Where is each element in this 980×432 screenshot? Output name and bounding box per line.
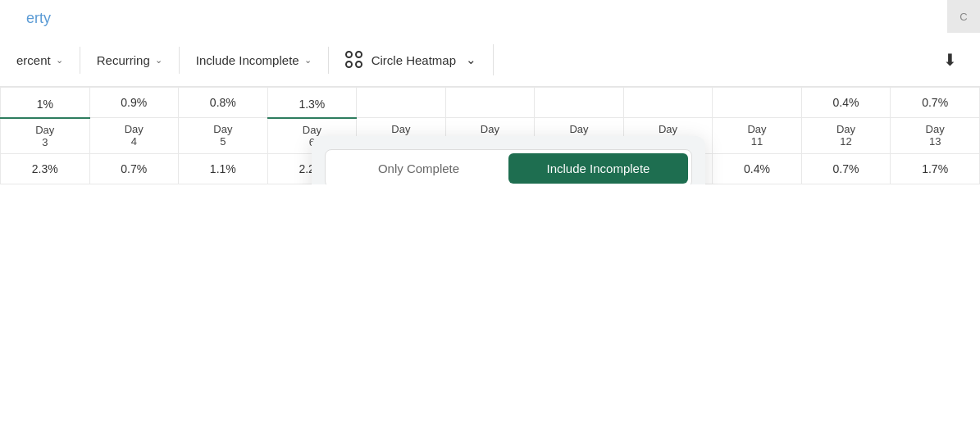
- circle-heatmap-label: Circle Heatmap: [371, 53, 456, 67]
- circle-heatmap-dropdown[interactable]: Circle Heatmap ⌄: [329, 44, 494, 75]
- breadcrumb-link[interactable]: erty: [13, 3, 64, 34]
- table-day-cell: Day12: [801, 118, 891, 154]
- table-cell: [445, 88, 535, 118]
- download-icon: ⬇: [943, 51, 957, 69]
- include-incomplete-popup: Only Complete Include Incomplete Include…: [312, 136, 705, 184]
- table-day-cell: Day3: [1, 118, 90, 154]
- circle-heatmap-icon: [345, 51, 363, 69]
- only-complete-tab[interactable]: Only Complete: [329, 153, 508, 184]
- table-cell: 1.1%: [179, 153, 268, 184]
- table-cell: 0.7%: [891, 88, 980, 118]
- table-cell: [713, 88, 802, 118]
- include-incomplete-tab[interactable]: Include Incomplete: [508, 153, 688, 184]
- percent-label: ercent: [16, 53, 51, 67]
- table-cell: 0.7%: [801, 153, 891, 184]
- table-cell: 0.8%: [179, 88, 268, 118]
- recurring-chevron-icon: ⌄: [155, 55, 162, 66]
- corner-button[interactable]: C: [947, 0, 980, 33]
- popup-tab-group: Only Complete Include Incomplete: [325, 149, 692, 184]
- include-incomplete-chevron-icon: ⌄: [304, 55, 312, 66]
- breadcrumb-text: erty: [26, 10, 51, 26]
- table-day-cell: Day4: [89, 118, 179, 154]
- recurring-label: Recurring: [97, 53, 150, 67]
- table-cell: 1.3%: [267, 88, 357, 118]
- percent-dropdown[interactable]: ercent ⌄: [13, 47, 80, 74]
- table-row-values-1: 1% 0.9% 0.8% 1.3% 0.4% 0.7%: [1, 88, 980, 118]
- data-table-area: 1% 0.9% 0.8% 1.3% 0.4% 0.7% Day3 Day4: [0, 87, 980, 184]
- table-day-cell: Day13: [891, 118, 980, 154]
- table-day-cell: Day5: [179, 118, 268, 154]
- table-cell: [357, 88, 446, 118]
- table-day-cell: Day11: [713, 118, 802, 154]
- table-cell: 1%: [1, 88, 90, 118]
- table-cell: [535, 88, 624, 118]
- table-cell: 0.4%: [801, 88, 891, 118]
- popup-container: Only Complete Include Incomplete Include…: [312, 136, 705, 184]
- include-incomplete-dropdown[interactable]: Include Incomplete ⌄: [180, 47, 329, 74]
- toolbar: ercent ⌄ Recurring ⌄ Include Incomplete …: [0, 34, 980, 87]
- table-cell: 0.4%: [713, 153, 802, 184]
- table-cell: 2.3%: [1, 153, 90, 184]
- include-incomplete-label: Include Incomplete: [196, 53, 299, 67]
- download-button[interactable]: ⬇: [933, 43, 967, 76]
- recurring-dropdown[interactable]: Recurring ⌄: [80, 47, 180, 74]
- circle-heatmap-chevron-icon: ⌄: [466, 52, 476, 67]
- table-cell: 0.9%: [89, 88, 179, 118]
- table-cell: 1.7%: [891, 153, 980, 184]
- table-cell: [623, 88, 713, 118]
- percent-chevron-icon: ⌄: [56, 55, 63, 66]
- corner-label: C: [959, 11, 967, 23]
- table-cell: 0.7%: [89, 153, 179, 184]
